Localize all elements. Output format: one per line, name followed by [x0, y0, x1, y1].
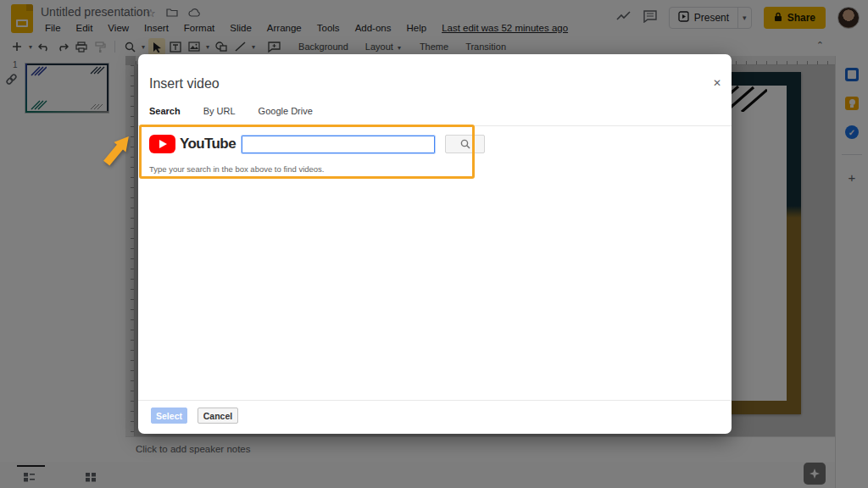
annotation-highlight-box: [139, 125, 475, 179]
close-icon[interactable]: ✕: [713, 78, 721, 88]
tab-by-url[interactable]: By URL: [203, 106, 236, 116]
cancel-button[interactable]: Cancel: [198, 408, 238, 424]
footer-divider: [138, 400, 732, 401]
tab-google-drive[interactable]: Google Drive: [259, 106, 313, 116]
dialog-tabs: Search By URL Google Drive: [149, 106, 313, 116]
dialog-title: Insert video: [149, 76, 220, 92]
select-button[interactable]: Select: [151, 408, 187, 424]
google-slides-app: Untitled presentation ☆ File Edit View I…: [0, 0, 868, 488]
tab-search[interactable]: Search: [149, 106, 181, 116]
annotation-arrow-icon: [100, 134, 131, 173]
insert-video-dialog: Insert video ✕ Search By URL Google Driv…: [138, 54, 732, 434]
